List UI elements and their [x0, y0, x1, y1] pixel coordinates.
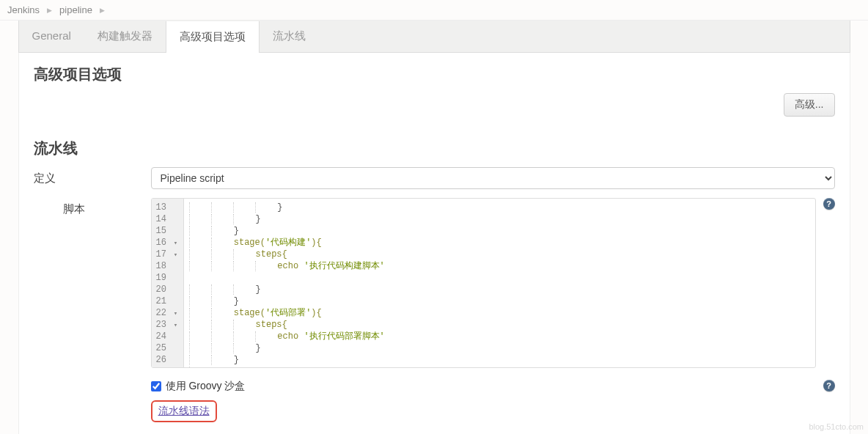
- config-tabs: General 构建触发器 高级项目选项 流水线: [18, 21, 850, 53]
- tab-general[interactable]: General: [19, 21, 84, 52]
- help-icon[interactable]: ?: [823, 198, 835, 210]
- tab-pipeline[interactable]: 流水线: [260, 21, 319, 52]
- syntax-link-box: 流水线语法: [151, 400, 217, 422]
- chevron-right-icon: ▶: [100, 7, 105, 14]
- definition-label: 定义: [34, 167, 151, 185]
- script-editor[interactable]: 13 14 15 16 ▾17 ▾18 19 20 21 22 ▾23 ▾24 …: [151, 198, 816, 368]
- advanced-button[interactable]: 高级...: [784, 93, 835, 117]
- tab-advanced[interactable]: 高级项目选项: [166, 21, 260, 53]
- breadcrumb-root[interactable]: Jenkins: [7, 4, 40, 15]
- section-title-pipeline: 流水线: [34, 139, 835, 158]
- advanced-button-row: 高级...: [34, 93, 835, 117]
- breadcrumb: Jenkins ▶ pipeline ▶: [0, 0, 868, 21]
- editor-gutter: 13 14 15 16 ▾17 ▾18 19 20 21 22 ▾23 ▾24 …: [152, 199, 185, 367]
- watermark: blog.51cto.com: [809, 422, 864, 431]
- sandbox-label: 使用 Groovy 沙盒: [166, 380, 246, 393]
- chevron-right-icon: ▶: [47, 7, 52, 14]
- content-area: 高级项目选项 高级... 流水线 定义 Pipeline script 脚本 ?…: [18, 53, 850, 434]
- breadcrumb-item[interactable]: pipeline: [59, 4, 92, 15]
- tab-triggers[interactable]: 构建触发器: [84, 21, 166, 52]
- editor-code[interactable]: } } } stage('代码构建'){ steps{ echo '执行代码构建…: [184, 199, 814, 367]
- pipeline-syntax-link[interactable]: 流水线语法: [158, 405, 210, 416]
- section-title-advanced: 高级项目选项: [34, 65, 835, 84]
- sandbox-checkbox[interactable]: [151, 381, 161, 391]
- script-label: 脚本: [34, 198, 151, 216]
- help-icon[interactable]: ?: [823, 380, 835, 391]
- definition-select[interactable]: Pipeline script: [151, 167, 835, 189]
